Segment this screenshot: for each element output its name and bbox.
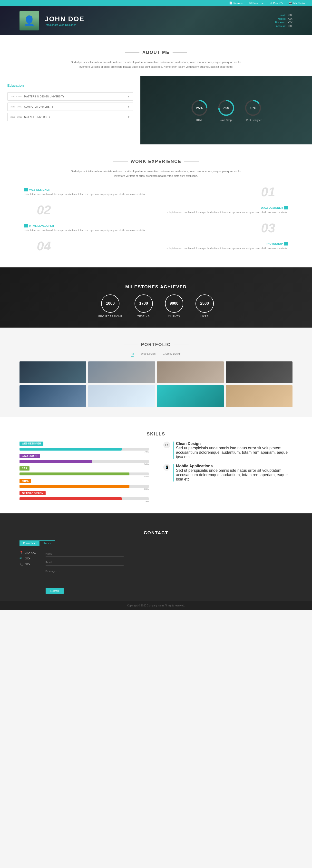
skill-row-2: CSS 85% bbox=[20, 466, 149, 475]
work-desc: Sed ut perspiciatis unde omnis iste natu… bbox=[71, 169, 241, 178]
portfolio-item-2[interactable] bbox=[157, 362, 224, 383]
portfolio-grid bbox=[20, 362, 292, 407]
portfolio-item-3[interactable] bbox=[226, 362, 292, 383]
skills-info-0: ✂ Clean Design Sed ut perspiciatis unde … bbox=[163, 441, 292, 459]
nav-print[interactable]: 🖨 Print CV bbox=[270, 2, 283, 5]
milestone-1: 1700 TESTING bbox=[135, 294, 153, 318]
edu-years-2: 2009 - 2010 bbox=[10, 116, 22, 118]
contact-email-icon: ✉ bbox=[20, 557, 23, 561]
avatar-image: 👤 bbox=[20, 11, 39, 30]
portfolio-tab-webdesign[interactable]: Web Design bbox=[141, 352, 155, 356]
milestone-circle-1: 1700 bbox=[135, 294, 153, 313]
skills-title: SKILLS bbox=[20, 432, 292, 437]
work-title: WORK EXPERIENCE bbox=[20, 159, 292, 164]
hero-subtitle: Passionate Web Designer bbox=[45, 23, 266, 26]
portfolio-item-7[interactable] bbox=[226, 385, 292, 407]
work-row-1: UI/UX DESIGNER voluptatem accusantium do… bbox=[20, 204, 292, 217]
address-val: XXX bbox=[288, 25, 292, 28]
work-title-0: WEB DESIGNER bbox=[24, 188, 239, 191]
mobile-app-title: Mobile Applications bbox=[176, 464, 292, 468]
work-text-0: voluptatem accusantium doloremque laudan… bbox=[24, 192, 239, 196]
skill-bar-bg-2 bbox=[20, 472, 149, 475]
milestone-items: 1000 PROJECTS DONE 1700 TESTING 9000 CLI… bbox=[20, 294, 292, 318]
phone-label: Phone no: bbox=[272, 21, 286, 24]
skill-bar-fill-4 bbox=[20, 497, 122, 500]
nav-email[interactable]: ✉ Email me bbox=[249, 1, 264, 5]
nav-resume[interactable]: 📄 Resume bbox=[229, 1, 244, 5]
work-content-3: PHOTOSHOP voluptatem accusantium dolorem… bbox=[68, 240, 292, 253]
chevron-icon-0: ▼ bbox=[127, 95, 130, 98]
work-text-3: voluptatem accusantium doloremque laudan… bbox=[73, 246, 288, 250]
education-skills-panel: Education 2012 - 2014 MASTERS IN DESIGN … bbox=[0, 76, 312, 145]
hero-contact: Email: XXX Mobile: XXX Phone no: XXX Add… bbox=[272, 14, 292, 28]
education-item-0[interactable]: 2012 - 2014 MASTERS IN DESIGN UNIVERSITY… bbox=[7, 92, 133, 101]
photo-icon: 📷 bbox=[289, 1, 292, 5]
submit-button[interactable]: SUBMIT bbox=[46, 588, 64, 594]
edu-years-0: 2012 - 2014 bbox=[10, 95, 22, 98]
contact-info-row-1: ✉ XXX bbox=[20, 557, 36, 561]
work-section: WORK EXPERIENCE Sed ut perspiciatis unde… bbox=[0, 145, 312, 267]
portfolio-item-0[interactable] bbox=[20, 362, 86, 383]
circle-wrap-js: 75% bbox=[218, 99, 235, 116]
mobile-app-icon: 📱 bbox=[163, 464, 170, 471]
skill-row-3: HTML 85% bbox=[20, 479, 149, 488]
contact-tabs: Contact me Hire me bbox=[20, 540, 292, 546]
skill-bar-fill-0 bbox=[20, 447, 122, 451]
milestone-circle-2: 9000 bbox=[165, 294, 183, 313]
milestones-title: MILESTONES ACHIEVED bbox=[20, 284, 292, 289]
work-content-0: WEB DESIGNER voluptatem accusantium dolo… bbox=[20, 186, 244, 199]
resume-icon: 📄 bbox=[229, 1, 232, 5]
location-icon: 📍 bbox=[20, 551, 23, 555]
education-item-1[interactable]: 2010 - 2012 COMPUTER UNIVERSITY ▼ bbox=[7, 102, 133, 111]
email-label: Email: bbox=[272, 14, 286, 17]
contact-message-input[interactable] bbox=[46, 568, 123, 583]
about-title: ABOUT ME bbox=[29, 50, 283, 55]
milestones-section: MILESTONES ACHIEVED 1000 PROJECTS DONE 1… bbox=[0, 268, 312, 328]
contact-info-val-2: XXX bbox=[25, 563, 30, 566]
portfolio-tab-graphic[interactable]: Graphic Design bbox=[163, 352, 181, 356]
skill-circles-panel: 25% HTML 75% Java Script 15% bbox=[140, 76, 312, 145]
email-nav-icon: ✉ bbox=[249, 1, 252, 5]
mobile-label: Mobile: bbox=[272, 18, 286, 20]
clean-design-text: Sed ut perspiciatis unde omnis iste natu… bbox=[176, 446, 292, 459]
work-text-2: voluptatem accusantium doloremque laudan… bbox=[24, 228, 239, 232]
circle-pct-js: 75% bbox=[223, 106, 229, 110]
skills-info-text-1: Mobile Applications Sed ut perspiciatis … bbox=[173, 464, 292, 482]
education-item-2[interactable]: 2009 - 2010 SCIENCE UNIVERSITY ▼ bbox=[7, 113, 133, 121]
circle-name-uiux: UI/UX Designer bbox=[245, 119, 261, 122]
skill-bar-bg-3 bbox=[20, 485, 149, 488]
circle-pct-html: 25% bbox=[196, 106, 203, 110]
footer-text: Copyright © 2020 Company name All rights… bbox=[127, 604, 185, 607]
contact-tab-hire[interactable]: Hire me bbox=[39, 540, 55, 546]
hero-info: JOHN DOE Passionate Web Designer bbox=[45, 15, 266, 26]
portfolio-item-4[interactable] bbox=[20, 385, 86, 407]
skill-row-0: WEB DESIGNER 79% bbox=[20, 441, 149, 451]
milestone-label-2: CLIENTS bbox=[168, 315, 180, 318]
skills-section: SKILLS WEB DESIGNER 79% JAVA SCRIPT bbox=[0, 417, 312, 514]
portfolio-item-6[interactable] bbox=[157, 385, 224, 407]
work-num-1: 02 bbox=[20, 204, 68, 216]
work-content-2: HTML DEVELOPER voluptatem accusantium do… bbox=[20, 222, 244, 235]
skill-bar-fill-3 bbox=[20, 485, 130, 488]
portfolio-item-5[interactable] bbox=[88, 385, 155, 407]
nav-photo[interactable]: 📷 My Photo bbox=[289, 1, 305, 5]
skill-bar-fill-1 bbox=[20, 460, 92, 463]
milestone-circle-0: 1000 bbox=[101, 294, 119, 313]
nav-email-label: Email me bbox=[253, 2, 264, 5]
work-icon-2 bbox=[24, 224, 28, 227]
edu-label-1: COMPUTER UNIVERSITY bbox=[24, 105, 127, 108]
circle-name-js: Java Script bbox=[220, 119, 232, 122]
contact-phone-icon: 📞 bbox=[20, 563, 23, 566]
contact-email-input[interactable] bbox=[46, 560, 123, 565]
contact-name-input[interactable] bbox=[46, 551, 123, 557]
hero-name: JOHN DOE bbox=[45, 15, 266, 23]
contact-section: CONTACT Contact me Hire me 📍 XXX XXX ✉ X… bbox=[0, 514, 312, 601]
portfolio-tab-all[interactable]: All bbox=[131, 352, 134, 356]
circle-uiux: 15% UI/UX Designer bbox=[245, 99, 261, 122]
contact-body: 📍 XXX XXX ✉ XXX 📞 XXX SUBMIT bbox=[20, 551, 292, 594]
footer: Copyright © 2020 Company name All rights… bbox=[0, 601, 312, 610]
top-nav: 📄 Resume ✉ Email me 🖨 Print CV 📷 My Phot… bbox=[0, 0, 312, 6]
skill-bar-bg-4 bbox=[20, 497, 149, 500]
contact-tab-contact[interactable]: Contact me bbox=[20, 540, 39, 546]
portfolio-item-1[interactable] bbox=[88, 362, 155, 383]
